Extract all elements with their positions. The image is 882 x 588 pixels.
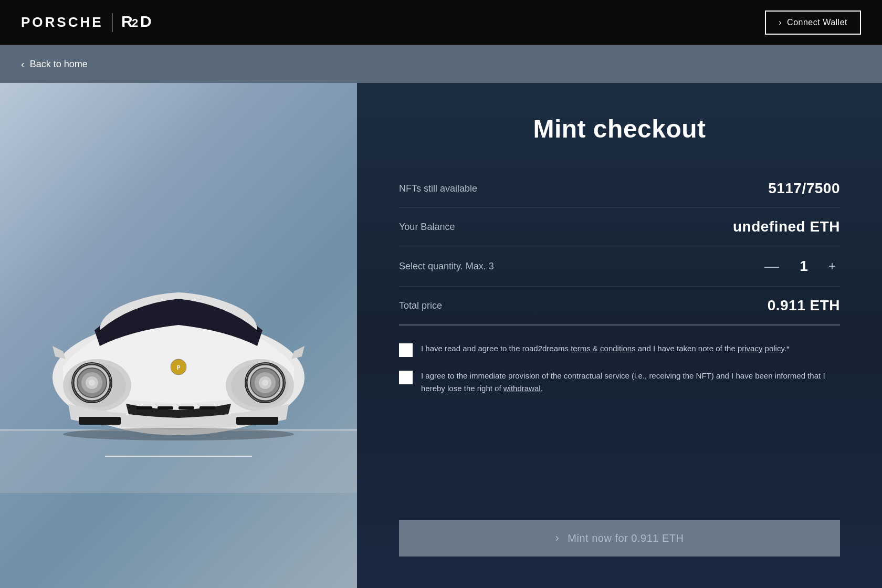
nfts-value: 5117/7500: [768, 180, 840, 197]
car-illustration: P: [0, 83, 357, 588]
checkout-panel: Mint checkout NFTs still available 5117/…: [357, 83, 882, 588]
balance-value: undefined ETH: [733, 218, 840, 235]
checkbox-row-1: I have read and agree to the road2dreams…: [399, 342, 840, 357]
mint-button[interactable]: › Mint now for 0.911 ETH: [399, 520, 840, 556]
terms-checkbox-text: I have read and agree to the road2dreams…: [421, 342, 790, 355]
svg-point-31: [63, 428, 294, 440]
withdrawal-link[interactable]: withdrawal: [503, 384, 541, 393]
connect-wallet-label: Connect Wallet: [787, 18, 847, 27]
back-label: Back to home: [30, 59, 88, 70]
checkout-title: Mint checkout: [399, 114, 840, 143]
car-image-panel: P: [0, 83, 357, 588]
svg-rect-30: [236, 417, 278, 425]
main-content: P Mint checkout NFTs still available 511…: [0, 83, 882, 588]
withdrawal-checkbox[interactable]: [399, 371, 413, 384]
logo-area: PORSCHE R 2 D: [21, 11, 153, 34]
header: PORSCHE R 2 D › Connect Wallet: [0, 0, 882, 45]
nfts-row: NFTs still available 5117/7500: [399, 170, 840, 208]
logo-divider: [112, 13, 113, 32]
balance-label: Your Balance: [399, 222, 455, 233]
r2d-logo: R 2 D: [121, 11, 153, 34]
balance-row: Your Balance undefined ETH: [399, 208, 840, 246]
svg-rect-26: [200, 406, 215, 410]
svg-rect-24: [158, 406, 173, 410]
quantity-row: Select quantity. Max. 3 — 1 +: [399, 246, 840, 287]
quantity-control: — 1 +: [760, 257, 840, 276]
total-value: 0.911 ETH: [768, 297, 840, 314]
svg-point-13: [89, 380, 95, 386]
svg-text:2: 2: [132, 16, 139, 29]
svg-text:P: P: [177, 365, 181, 371]
back-to-home-link[interactable]: ‹ Back to home: [21, 58, 88, 70]
checkbox-section: I have read and agree to the road2dreams…: [399, 342, 840, 395]
svg-rect-23: [136, 406, 152, 410]
checkbox-row-2: I agree to the immediate provision of th…: [399, 370, 840, 395]
terms-conditions-link[interactable]: terms & conditions: [571, 344, 635, 353]
mint-button-label: Mint now for 0.911 ETH: [568, 532, 684, 544]
svg-rect-25: [178, 406, 194, 410]
nfts-label: NFTs still available: [399, 183, 477, 194]
quantity-decrease-button[interactable]: —: [760, 257, 783, 276]
quantity-label: Select quantity. Max. 3: [399, 261, 494, 272]
terms-checkbox[interactable]: [399, 343, 413, 357]
svg-text:D: D: [140, 13, 152, 30]
porsche-logo: PORSCHE: [21, 14, 103, 30]
total-row: Total price 0.911 ETH: [399, 287, 840, 326]
svg-point-21: [262, 380, 268, 386]
quantity-display: 1: [796, 258, 812, 275]
connect-wallet-chevron: ›: [779, 18, 782, 27]
svg-rect-29: [79, 417, 121, 425]
total-label: Total price: [399, 300, 442, 311]
breadcrumb-bar: ‹ Back to home: [0, 45, 882, 83]
connect-wallet-button[interactable]: › Connect Wallet: [765, 10, 861, 35]
withdrawal-checkbox-text: I agree to the immediate provision of th…: [421, 370, 840, 395]
back-chevron-icon: ‹: [21, 58, 25, 70]
quantity-increase-button[interactable]: +: [824, 258, 840, 275]
privacy-policy-link[interactable]: privacy policy: [738, 344, 784, 353]
mint-button-chevron-icon: ›: [555, 531, 560, 545]
